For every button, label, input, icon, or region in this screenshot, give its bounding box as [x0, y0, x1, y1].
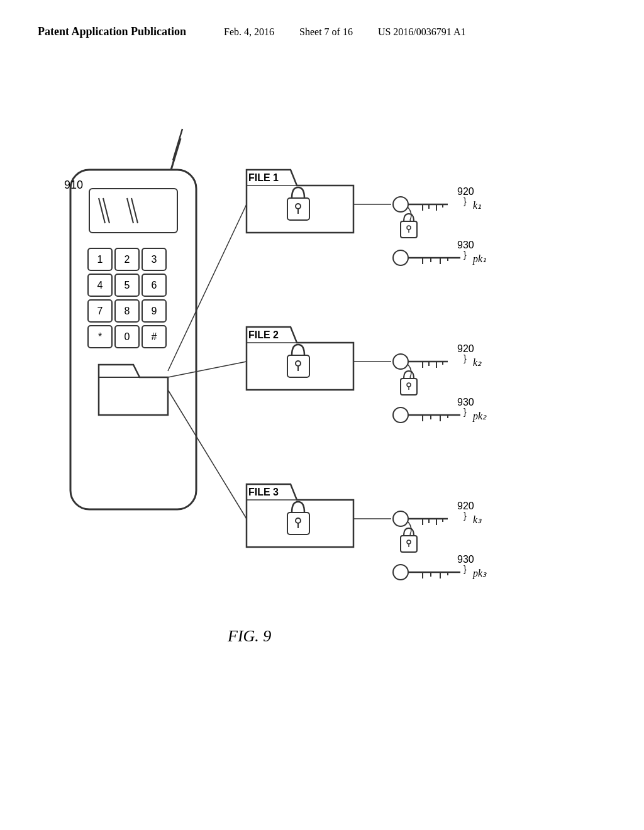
ref920-3: 920: [457, 501, 474, 511]
svg-text:6: 6: [152, 280, 157, 290]
k1-label: k₁: [473, 200, 481, 211]
ref920-1: 920: [457, 186, 474, 197]
pk3-label: pk₃: [472, 568, 487, 579]
svg-point-78: [393, 511, 408, 526]
svg-text:1: 1: [97, 254, 103, 265]
svg-text:}: }: [464, 511, 467, 521]
svg-point-56: [393, 354, 408, 369]
svg-line-2: [173, 129, 182, 160]
svg-point-36: [393, 197, 408, 212]
svg-text:5: 5: [125, 280, 130, 290]
svg-line-1: [171, 138, 180, 170]
file2-label: FILE 2: [248, 329, 279, 340]
file1-label: FILE 1: [248, 172, 279, 183]
svg-point-45: [393, 250, 408, 265]
brace-930-1: }: [464, 250, 467, 260]
svg-text:}: }: [464, 564, 467, 574]
svg-text:2: 2: [125, 254, 130, 265]
svg-text:3: 3: [152, 254, 157, 265]
patent-number: US 2016/0036791 A1: [378, 26, 466, 38]
svg-text:#: #: [152, 331, 157, 342]
svg-point-67: [393, 407, 408, 423]
diagram-container: 1 2 3 4 5 6 7 8 9 * 0 # 910: [50, 88, 594, 780]
pk2-label: pk₂: [472, 411, 487, 422]
k2-label: k₂: [473, 357, 482, 368]
k3-label: k₃: [473, 514, 482, 525]
figure-9-svg: 1 2 3 4 5 6 7 8 9 * 0 # 910: [50, 88, 594, 780]
svg-text:}: }: [464, 407, 467, 417]
svg-point-89: [393, 565, 408, 580]
publication-date: Feb. 4, 2016: [224, 26, 274, 38]
svg-text:9: 9: [152, 306, 157, 316]
figure-caption: FIG. 9: [227, 627, 271, 645]
svg-text:7: 7: [97, 306, 103, 316]
svg-text:4: 4: [97, 280, 103, 290]
svg-text:0: 0: [125, 331, 130, 342]
svg-text:}: }: [464, 353, 467, 363]
ref930-3: 930: [457, 554, 474, 565]
pk1-label: pk₁: [472, 253, 486, 265]
svg-text:8: 8: [125, 306, 130, 316]
device-label: 910: [64, 179, 83, 191]
svg-text:*: *: [98, 331, 102, 342]
page-header: Patent Application Publication Feb. 4, 2…: [0, 25, 644, 38]
publication-title: Patent Application Publication: [38, 25, 186, 38]
sheet-info: Sheet 7 of 16: [299, 26, 353, 38]
file3-label: FILE 3: [248, 487, 279, 497]
ref930-1: 930: [457, 240, 474, 250]
ref920-2: 920: [457, 343, 474, 354]
brace-920-1: }: [464, 196, 467, 206]
ref930-2: 930: [457, 397, 474, 407]
